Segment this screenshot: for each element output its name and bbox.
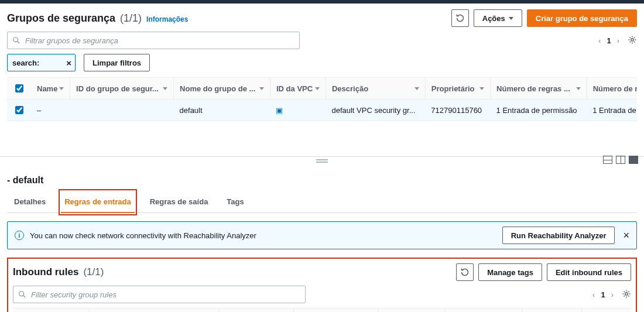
chevron-down-icon xyxy=(59,87,64,90)
svg-point-2 xyxy=(631,38,633,40)
filter-row: ‹ 1 › xyxy=(7,32,637,49)
search-icon xyxy=(18,290,26,299)
inbound-pager: ‹ 1 › xyxy=(592,290,614,299)
remove-token-button[interactable]: × xyxy=(64,58,71,68)
inbound-title: Inbound rules xyxy=(13,266,78,278)
chevron-down-icon xyxy=(163,87,167,90)
inbound-search-wrap[interactable] xyxy=(13,286,306,303)
col-inrules[interactable]: Número de regras ... xyxy=(491,78,587,100)
col-vpcid[interactable]: ID da VPC xyxy=(270,78,326,100)
svg-point-3 xyxy=(19,292,24,296)
inbound-search-input[interactable] xyxy=(30,290,300,300)
reachability-banner: i You can now check network connectivity… xyxy=(7,221,637,249)
chevron-down-icon xyxy=(509,17,513,20)
security-groups-pane: Grupos de segurança (1/1) Informações Aç… xyxy=(0,4,644,121)
gear-icon xyxy=(622,289,631,299)
external-link-icon[interactable]: ▣ xyxy=(276,106,283,115)
col-in-source[interactable]: Source xyxy=(522,308,581,312)
info-link[interactable]: Informações xyxy=(146,15,188,23)
inbound-table: Name Security group rule... IP version T… xyxy=(13,308,631,312)
page-count: (1/1) xyxy=(120,12,142,25)
sg-table-wrap: Name ID do grupo de segur... Nome do gru… xyxy=(7,77,637,121)
chevron-down-icon xyxy=(415,87,419,90)
drag-handle-icon[interactable] xyxy=(316,159,328,160)
sg-table: Name ID do grupo de segur... Nome do gru… xyxy=(7,78,637,121)
col-in-proto[interactable]: Protocol xyxy=(378,308,445,312)
tab-detalhes[interactable]: Detalhes xyxy=(11,191,49,213)
refresh-button[interactable] xyxy=(451,9,469,27)
col-sgid[interactable]: ID do grupo de segur... xyxy=(70,78,174,100)
top-pager: ‹ 1 › xyxy=(598,36,619,45)
tab-regras-saida[interactable]: Regras de saída xyxy=(146,191,212,213)
cell-vpcid[interactable]: ▣ xyxy=(270,100,326,121)
row-checkbox[interactable] xyxy=(15,106,23,114)
refresh-icon xyxy=(460,268,470,277)
close-banner-button[interactable]: × xyxy=(623,229,629,242)
next-page-button[interactable]: › xyxy=(617,36,619,45)
col-desc[interactable]: Descrição xyxy=(326,78,425,100)
prev-page-button[interactable]: ‹ xyxy=(598,36,601,45)
svg-line-1 xyxy=(18,42,20,44)
create-sg-button[interactable]: Criar grupo de segurança xyxy=(527,9,637,27)
col-in-ipver[interactable]: IP version xyxy=(220,308,294,312)
svg-point-5 xyxy=(625,292,628,294)
detail-title: - default xyxy=(7,173,637,191)
col-in-port[interactable]: Port range xyxy=(445,308,522,312)
token-key: search: xyxy=(12,59,39,67)
col-outrules[interactable]: Número de re xyxy=(587,78,637,100)
search-input-wrap[interactable] xyxy=(7,32,300,49)
inbound-refresh-button[interactable] xyxy=(456,263,474,281)
tab-regras-entrada[interactable]: Regras de entrada xyxy=(61,191,134,213)
inbound-prev-page[interactable]: ‹ xyxy=(592,290,595,299)
page-number: 1 xyxy=(607,36,611,45)
layout-full-icon[interactable] xyxy=(629,156,638,164)
inbound-table-wrap: Name Security group rule... IP version T… xyxy=(13,308,631,312)
settings-button[interactable] xyxy=(628,35,637,46)
actions-button[interactable]: Ações xyxy=(474,9,522,27)
cell-outrules: 1 Entrada de p xyxy=(587,100,637,121)
chevron-down-icon xyxy=(259,87,264,90)
col-sgname[interactable]: Nome do grupo de ... xyxy=(174,78,270,100)
col-owner[interactable]: Proprietário xyxy=(425,78,490,100)
col-name[interactable]: Name xyxy=(31,78,70,100)
layout-split-horizontal-icon[interactable] xyxy=(603,156,612,164)
chevron-down-icon xyxy=(315,87,320,90)
inbound-count: (1/1) xyxy=(83,266,104,278)
table-row[interactable]: – default ▣ default VPC security gr... 7… xyxy=(7,100,637,121)
cell-name: – xyxy=(31,100,70,121)
filter-token[interactable]: search: × xyxy=(7,54,76,71)
cell-sgid[interactable] xyxy=(70,100,174,121)
header-row: Grupos de segurança (1/1) Informações Aç… xyxy=(7,9,637,27)
inbound-next-page[interactable]: › xyxy=(611,290,614,299)
cell-desc: default VPC security gr... xyxy=(326,100,425,121)
refresh-icon xyxy=(455,13,465,23)
search-input[interactable] xyxy=(24,36,294,46)
select-all-checkbox[interactable] xyxy=(15,84,23,92)
actions-label: Ações xyxy=(482,14,505,23)
tab-tags[interactable]: Tags xyxy=(223,191,247,213)
chevron-down-icon xyxy=(479,87,484,90)
run-reachability-button[interactable]: Run Reachability Analyzer xyxy=(502,227,615,244)
svg-line-4 xyxy=(23,296,26,298)
edit-inbound-button[interactable]: Edit inbound rules xyxy=(547,263,631,281)
col-in-desc[interactable]: Description xyxy=(581,308,631,312)
clear-filters-button[interactable]: Limpar filtros xyxy=(84,54,150,71)
inbound-rules-section: Inbound rules (1/1) Manage tags Edit inb… xyxy=(7,258,637,312)
filter-tokens-row: search: × Limpar filtros xyxy=(7,54,637,71)
detail-pane: - default Detalhes Regras de entrada Reg… xyxy=(0,167,644,312)
info-icon: i xyxy=(15,231,24,240)
col-in-name[interactable]: Name xyxy=(37,308,89,312)
cell-owner: 712790115760 xyxy=(425,100,490,121)
layout-split-vertical-icon[interactable] xyxy=(616,156,625,164)
pane-splitter[interactable] xyxy=(0,156,644,167)
inbound-settings-button[interactable] xyxy=(622,289,631,300)
page-title: Grupos de segurança xyxy=(7,12,115,25)
search-icon xyxy=(12,36,20,44)
cell-sgname: default xyxy=(174,100,270,121)
manage-tags-button[interactable]: Manage tags xyxy=(478,263,542,281)
inbound-page-number: 1 xyxy=(601,290,605,299)
chevron-down-icon xyxy=(576,87,581,90)
col-in-type[interactable]: Type xyxy=(294,308,378,312)
detail-tabs: Detalhes Regras de entrada Regras de saí… xyxy=(7,191,637,213)
col-in-rid[interactable]: Security group rule... xyxy=(89,308,219,312)
